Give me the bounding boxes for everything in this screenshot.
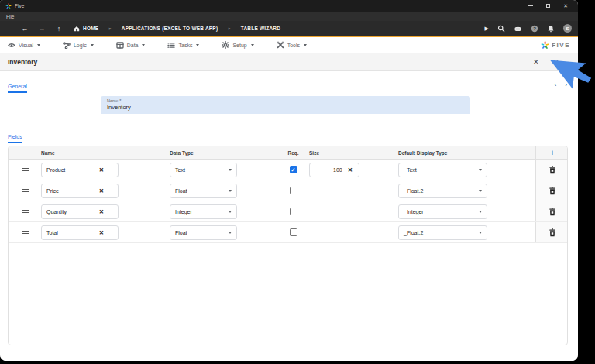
chevron-down-icon [229, 169, 232, 171]
drag-handle[interactable] [22, 189, 29, 193]
display-type-select[interactable]: _Integer [398, 204, 487, 219]
menu-bar: File [0, 12, 578, 21]
delete-row-button[interactable] [549, 208, 556, 216]
app-title: Five [15, 3, 24, 9]
required-checkbox[interactable] [290, 187, 298, 194]
clear-name-icon[interactable]: ✕ [99, 229, 104, 236]
gear-icon [222, 41, 229, 49]
field-size-value: 100 [333, 167, 342, 173]
data-type-select[interactable]: Text [170, 163, 237, 177]
app-window: Five ✕ File ← → ↑ HOME [0, 0, 578, 361]
save-button[interactable]: ✓ [553, 59, 559, 66]
tab-general[interactable]: General [8, 84, 27, 93]
clear-name-icon[interactable]: ✕ [99, 187, 104, 194]
data-type-select[interactable]: Integer [170, 204, 237, 219]
display-type-select[interactable]: _Float.2 [398, 225, 487, 240]
task-list-icon [167, 42, 175, 49]
chevron-down-icon [229, 190, 232, 192]
file-menu[interactable]: File [6, 14, 14, 19]
field-display-type-value: _Text [404, 167, 417, 173]
five-wordmark: FIVE [552, 42, 570, 49]
tab-fields[interactable]: Fields [8, 134, 22, 143]
eye-icon [8, 42, 15, 49]
cancel-button[interactable]: ✕ [533, 59, 539, 66]
chevron-down-icon [479, 169, 482, 171]
close-window-button[interactable]: ✕ [563, 3, 568, 9]
data-type-select[interactable]: Float [170, 184, 237, 198]
chevron-down-icon [479, 211, 482, 213]
delete-row-button[interactable] [549, 228, 556, 237]
field-name-value: Product [46, 167, 65, 173]
page-title: Inventory [8, 58, 37, 66]
clear-name-icon[interactable]: ✕ [99, 167, 104, 173]
nav-bar: ← → ↑ HOME > APPLICATIONS (EXCEL TO WEB … [0, 21, 578, 36]
screen: Five ✕ File ← → ↑ HOME [0, 0, 595, 364]
menu-logic[interactable]: Logic [63, 42, 94, 49]
breadcrumb-table-wizard[interactable]: TABLE WIZARD [241, 26, 280, 31]
notifications-bell-icon[interactable] [547, 25, 555, 33]
field-name-input[interactable]: Price ✕ [41, 184, 119, 198]
forward-button[interactable]: → [39, 25, 46, 33]
drag-handle[interactable] [22, 231, 29, 235]
field-display-type-value: _Float.2 [404, 188, 423, 194]
menu-tasks[interactable]: Tasks [167, 42, 199, 49]
chevron-down-icon [142, 44, 145, 46]
field-datatype-value: Text [175, 167, 185, 173]
clear-size-icon[interactable]: ✕ [348, 167, 353, 173]
assistant-bot-icon[interactable] [514, 25, 522, 33]
breadcrumb-separator: > [228, 26, 231, 31]
add-field-button[interactable]: + [550, 149, 555, 157]
logic-flow-icon [63, 42, 71, 49]
search-icon[interactable] [497, 25, 505, 33]
breadcrumb: HOME > APPLICATIONS (EXCEL TO WEB APP) >… [74, 26, 280, 32]
clear-name-icon[interactable]: ✕ [99, 208, 104, 215]
delete-row-button[interactable] [549, 166, 556, 174]
next-record-button[interactable]: › [565, 81, 567, 88]
chevron-down-icon [229, 211, 232, 213]
display-type-select[interactable]: _Float.2 [398, 184, 487, 198]
content-area: General ‹ › Name * Inventory Fields Name… [0, 71, 578, 361]
data-type-select[interactable]: Float [170, 225, 237, 240]
chevron-down-icon [479, 232, 482, 234]
fields-table-header: Name Data Type Req. Size Default Display… [9, 146, 567, 160]
drag-handle[interactable] [22, 210, 29, 214]
menu-setup[interactable]: Setup [222, 41, 253, 49]
menu-tools[interactable]: Tools [277, 41, 307, 49]
field-datatype-value: Float [175, 230, 187, 235]
run-button[interactable]: ▶ [485, 26, 489, 32]
field-name-input[interactable]: Product ✕ [41, 163, 119, 177]
required-checkbox[interactable] [290, 228, 298, 236]
delete-row-button[interactable] [549, 187, 556, 195]
up-button[interactable]: ↑ [57, 25, 61, 33]
help-icon[interactable]: ? [531, 25, 538, 33]
tools-wrench-icon [277, 41, 284, 49]
chevron-down-icon [196, 44, 199, 46]
hamburger-menu-icon[interactable] [6, 26, 13, 31]
menu-visual[interactable]: Visual [8, 42, 40, 49]
required-checkbox[interactable] [290, 208, 298, 215]
field-row: Price ✕ Float _Float.2 [9, 180, 567, 201]
home-icon [74, 26, 80, 32]
field-row: Quantity ✕ Integer _Integer [9, 201, 567, 222]
field-row: Product ✕ Text 100 ✕ _Text [9, 160, 567, 180]
back-button[interactable]: ← [22, 25, 29, 33]
display-type-select[interactable]: _Text [398, 163, 487, 177]
five-logo-icon [541, 41, 549, 50]
breadcrumb-separator: > [108, 26, 112, 31]
name-field-value: Inventory [107, 104, 464, 111]
maximize-button[interactable] [546, 4, 550, 8]
previous-record-button[interactable]: ‹ [555, 81, 557, 88]
breadcrumb-home[interactable]: HOME [74, 26, 98, 32]
required-checkbox[interactable] [290, 166, 298, 173]
minimize-button[interactable] [528, 5, 533, 6]
user-avatar[interactable]: S [563, 24, 572, 33]
field-display-type-value: _Integer [404, 209, 424, 215]
field-name-input[interactable]: Total ✕ [41, 225, 119, 240]
field-name-value: Price [46, 188, 59, 194]
drag-handle[interactable] [22, 168, 29, 172]
field-name-input[interactable]: Quantity ✕ [41, 204, 119, 219]
name-field[interactable]: Name * Inventory [101, 96, 470, 114]
menu-data[interactable]: Data [116, 42, 146, 49]
size-cell-content[interactable]: 100 ✕ [309, 163, 359, 177]
breadcrumb-applications[interactable]: APPLICATIONS (EXCEL TO WEB APP) [122, 26, 218, 31]
